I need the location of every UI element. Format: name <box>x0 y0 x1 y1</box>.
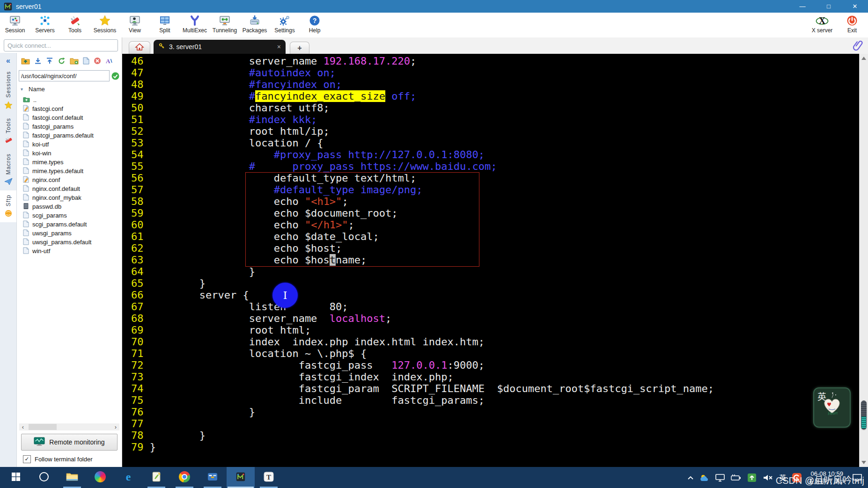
file-edited-icon <box>23 105 29 113</box>
quick-connect-input[interactable] <box>4 39 118 51</box>
file-row-nginx-conf-default[interactable]: nginx.conf.default <box>17 184 122 193</box>
file-row-uwsgi-params[interactable]: uwsgi_params <box>17 229 122 238</box>
sort-arrow-icon[interactable]: ▾ <box>21 87 23 92</box>
sidebar-tab-sessions[interactable]: Sessions <box>0 67 16 114</box>
taskbar-app-cortana[interactable] <box>30 467 58 488</box>
toolbar-item-multiexec[interactable]: MultiExec <box>180 13 210 34</box>
folder-up-sm-icon[interactable] <box>21 57 30 66</box>
terminal-line: 46 server_name 192.168.17.220; <box>131 55 868 67</box>
scrollbar-thumb[interactable] <box>29 424 57 430</box>
mobaxterm-icon <box>236 472 245 483</box>
toolbar-item-help[interactable]: ?Help <box>300 13 330 34</box>
battery-icon[interactable] <box>731 473 741 481</box>
file-row-fastcgi-params-default[interactable]: fastcgi_params.default <box>17 131 122 140</box>
taskbar-app-start[interactable] <box>2 467 30 488</box>
new-tab-button[interactable]: + <box>290 42 309 54</box>
file-row-scgi-params[interactable]: scgi_params <box>17 211 122 220</box>
minimize-button[interactable]: — <box>789 0 816 13</box>
csdn-tray-icon[interactable] <box>792 473 802 482</box>
file-row-mime-types-default[interactable]: mime.types.default <box>17 167 122 175</box>
follow-terminal-checkbox[interactable]: ✓ <box>23 455 31 463</box>
taskbar-app-vmware[interactable] <box>199 467 227 488</box>
sidebar-tab-sftp[interactable]: Sftp <box>0 190 16 222</box>
taskbar-app-mobaxterm[interactable] <box>227 467 255 488</box>
remote-monitoring-button[interactable]: Remote monitoring <box>21 434 118 451</box>
file-row-koi-win[interactable]: koi-win <box>17 149 122 158</box>
scroll-right-icon[interactable]: › <box>112 424 119 430</box>
tab-server01[interactable]: 3. server01 × <box>154 40 286 54</box>
updater-icon[interactable] <box>747 473 757 482</box>
taskbar-app-edge[interactable]: e <box>114 467 142 488</box>
notification-center-icon[interactable] <box>852 473 862 482</box>
file-row-fastcgi-conf-default[interactable]: fastcgi.conf.default <box>17 113 122 122</box>
file-row-win-utf[interactable]: win-utf <box>17 247 122 255</box>
toolbar-item-session[interactable]: Session <box>0 13 30 34</box>
weather-icon[interactable] <box>700 474 709 481</box>
file-row-uwsgi-params-default[interactable]: uwsgi_params.default <box>17 238 122 247</box>
taskbar-clock[interactable]: 06-08 10:59 五月初六 周六 <box>808 470 846 485</box>
file-icon <box>23 238 29 247</box>
terminal-line: 60 echo "</h1>"; <box>131 219 868 231</box>
toolbar-item-split[interactable]: Split <box>150 13 180 34</box>
sftp-path-input[interactable] <box>19 70 110 81</box>
file-row-nginx-conf-mybak[interactable]: nginx.conf_mybak <box>17 193 122 202</box>
scroll-down-icon[interactable] <box>861 461 866 464</box>
column-header-name[interactable]: Name <box>29 86 45 93</box>
toolbar-item-exit[interactable]: Exit <box>837 13 867 34</box>
file-row-fastcgi-conf[interactable]: fastcgi.conf <box>17 104 122 113</box>
display-icon[interactable] <box>715 473 725 482</box>
svg-text:e: e <box>126 471 131 482</box>
path-go-check-icon[interactable] <box>111 72 119 80</box>
collapse-sidebar-icon[interactable]: « <box>6 53 10 67</box>
tab-close-icon[interactable]: × <box>277 43 281 51</box>
close-button[interactable]: ✕ <box>842 0 868 13</box>
toolbar-item-servers[interactable]: Servers <box>30 13 60 34</box>
terminal-scrollbar-thumb[interactable] <box>861 401 867 430</box>
taskbar-app-chrome[interactable] <box>170 467 199 488</box>
toolbar-item-tools[interactable]: Tools <box>60 13 90 34</box>
taskbar-app-typora[interactable]: T <box>255 467 283 488</box>
encoding-icon[interactable]: A <box>105 57 113 66</box>
file-list-header[interactable]: ▾ Name <box>17 83 122 94</box>
file-row-scgi-params-default[interactable]: scgi_params.default <box>17 220 122 229</box>
file-row-[interactable]: .. <box>17 95 122 104</box>
upload-icon[interactable] <box>46 57 53 66</box>
toolbar-item-sessions[interactable]: Sessions <box>90 13 120 34</box>
ime-indicator[interactable]: 英 <box>779 473 786 482</box>
toolbar-item-tunneling[interactable]: Tunneling <box>210 13 240 34</box>
taskbar-app-photos[interactable] <box>86 467 114 488</box>
taskbar-app-notepad-plus-plus[interactable] <box>142 467 170 488</box>
file-row-mime-types[interactable]: mime.types <box>17 158 122 167</box>
toolbar-item-packages[interactable]: Packages <box>240 13 270 34</box>
tab-home[interactable] <box>129 41 150 54</box>
volume-muted-icon[interactable] <box>763 473 773 482</box>
svg-text:A: A <box>106 58 110 65</box>
toolbar-item-x-server[interactable]: XX server <box>807 13 837 34</box>
maximize-button[interactable]: □ <box>816 0 842 13</box>
file-row-passwd-db[interactable]: passwd.db <box>17 202 122 211</box>
toolbar-item-label: Settings <box>274 27 294 34</box>
file-name: win-utf <box>32 248 50 255</box>
toolbar-item-label: MultiExec <box>183 27 207 34</box>
new-file-icon[interactable] <box>83 57 89 66</box>
delete-icon[interactable] <box>94 57 101 66</box>
taskbar-app-file-explorer[interactable] <box>58 467 86 488</box>
terminal-scrollbar[interactable] <box>859 54 868 467</box>
scroll-up-icon[interactable] <box>861 57 866 60</box>
chevron-up-icon[interactable] <box>687 475 694 480</box>
notepadpp-icon <box>151 471 162 484</box>
sidebar-tab-tools[interactable]: Tools <box>0 114 16 149</box>
download-icon[interactable] <box>34 57 42 66</box>
new-folder-icon[interactable] <box>70 57 79 66</box>
sidebar-tab-macros[interactable]: Macros <box>0 149 16 190</box>
refresh-icon[interactable] <box>58 57 66 67</box>
toolbar-item-settings[interactable]: Settings <box>270 13 300 34</box>
file-row-nginx-conf[interactable]: nginx.conf <box>17 175 122 184</box>
file-row-koi-utf[interactable]: koi-utf <box>17 140 122 149</box>
horizontal-scrollbar[interactable]: ‹ › <box>19 423 119 430</box>
file-row-fastcgi-params[interactable]: fastcgi_params <box>17 122 122 131</box>
toolbar-item-view[interactable]: View <box>120 13 150 34</box>
terminal[interactable]: 46 server_name 192.168.17.220;47 #autoin… <box>122 54 868 467</box>
scroll-left-icon[interactable]: ‹ <box>19 424 27 430</box>
paperclip-icon[interactable] <box>853 39 864 52</box>
